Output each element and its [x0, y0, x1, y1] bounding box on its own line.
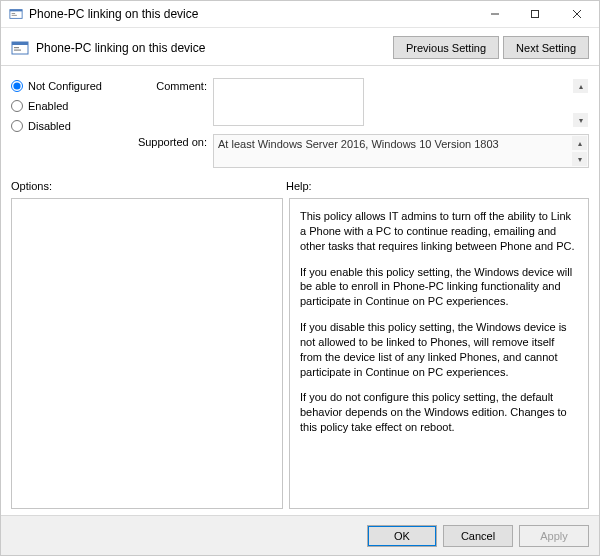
cancel-button[interactable]: Cancel [443, 525, 513, 547]
radio-disabled[interactable]: Disabled [11, 120, 131, 132]
radio-not-configured[interactable]: Not Configured [11, 80, 131, 92]
comment-label: Comment: [131, 78, 213, 92]
options-panel [11, 198, 283, 509]
radio-disabled-input[interactable] [11, 120, 23, 132]
help-paragraph: If you do not configure this policy sett… [300, 390, 578, 435]
supported-on-text: At least Windows Server 2016, Windows 10… [218, 138, 499, 150]
next-setting-button[interactable]: Next Setting [503, 36, 589, 59]
radio-group: Not Configured Enabled Disabled [11, 78, 131, 168]
options-label: Options: [11, 180, 286, 192]
help-paragraph: If you enable this policy setting, the W… [300, 265, 578, 310]
close-button[interactable] [555, 1, 599, 27]
apply-button: Apply [519, 525, 589, 547]
radio-enabled[interactable]: Enabled [11, 100, 131, 112]
window-controls [475, 1, 599, 27]
svg-rect-2 [12, 13, 16, 14]
svg-rect-3 [12, 15, 17, 16]
window-title: Phone-PC linking on this device [29, 7, 475, 21]
supported-on-value: At least Windows Server 2016, Windows 10… [213, 134, 589, 168]
svg-rect-1 [10, 10, 22, 12]
radio-enabled-label: Enabled [28, 100, 68, 112]
titlebar: Phone-PC linking on this device [1, 1, 599, 28]
scroll-down-icon[interactable]: ▾ [572, 152, 587, 166]
bottom-bar: OK Cancel Apply [1, 515, 599, 555]
svg-rect-11 [14, 49, 21, 50]
header-row: Phone-PC linking on this device Previous… [1, 28, 599, 66]
svg-rect-9 [12, 42, 28, 45]
lower-panels: This policy allows IT admins to turn off… [1, 194, 599, 515]
config-area: Not Configured Enabled Disabled Comment:… [1, 66, 599, 176]
scroll-down-icon[interactable]: ▾ [573, 113, 588, 127]
supported-row: Supported on: At least Windows Server 20… [131, 134, 589, 168]
lower-labels: Options: Help: [1, 176, 599, 194]
radio-enabled-input[interactable] [11, 100, 23, 112]
minimize-button[interactable] [475, 1, 515, 27]
help-panel[interactable]: This policy allows IT admins to turn off… [289, 198, 589, 509]
fields-column: Comment: ▴ ▾ Supported on: At least Wind… [131, 78, 589, 168]
maximize-button[interactable] [515, 1, 555, 27]
supported-label: Supported on: [131, 134, 213, 148]
policy-title: Phone-PC linking on this device [36, 41, 389, 55]
svg-rect-5 [532, 11, 539, 18]
help-paragraph: If you disable this policy setting, the … [300, 320, 578, 379]
scroll-up-icon[interactable]: ▴ [573, 79, 588, 93]
previous-setting-button[interactable]: Previous Setting [393, 36, 499, 59]
policy-icon [11, 39, 29, 57]
comment-input[interactable] [213, 78, 364, 126]
radio-not-configured-input[interactable] [11, 80, 23, 92]
ok-button[interactable]: OK [367, 525, 437, 547]
svg-rect-10 [14, 47, 19, 48]
help-paragraph: This policy allows IT admins to turn off… [300, 209, 578, 254]
scroll-up-icon[interactable]: ▴ [572, 136, 587, 150]
help-label: Help: [286, 180, 312, 192]
policy-icon [9, 7, 23, 21]
radio-disabled-label: Disabled [28, 120, 71, 132]
radio-not-configured-label: Not Configured [28, 80, 102, 92]
comment-row: Comment: ▴ ▾ [131, 78, 589, 128]
